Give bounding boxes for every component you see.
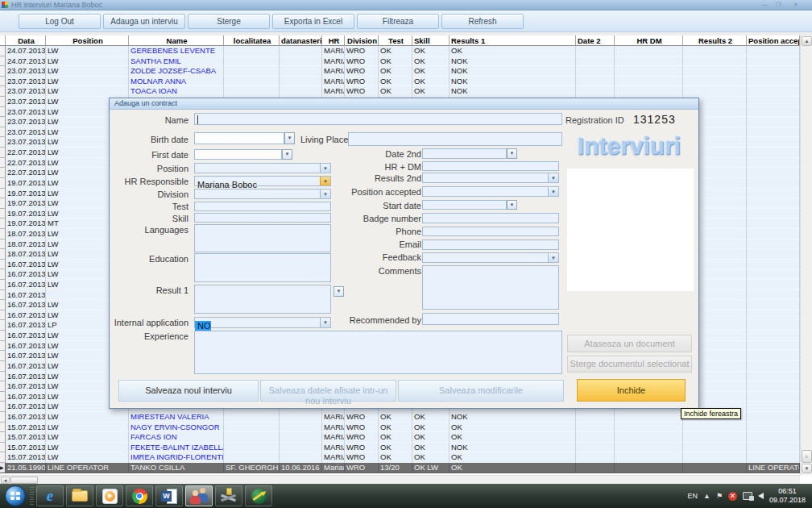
table-row[interactable]: 24.07.2013LWSANTHA EMILMARIANAWROOKOKNOK: [0, 56, 800, 67]
start-date-select[interactable]: [422, 200, 507, 210]
column-header-localitatea[interactable]: localitatea: [224, 35, 280, 46]
explorer-folder-icon[interactable]: [66, 485, 93, 506]
feedback-dropdown-icon[interactable]: ▼: [548, 253, 558, 262]
phone-input[interactable]: [422, 227, 559, 236]
column-header-hrdm[interactable]: HR DM: [615, 35, 683, 46]
row-selector[interactable]: [0, 412, 6, 423]
column-header-name[interactable]: Name: [129, 35, 224, 46]
row-selector[interactable]: [0, 189, 6, 199]
date-2nd-dropdown-icon[interactable]: ▼: [507, 148, 517, 159]
row-selector[interactable]: [0, 381, 6, 392]
row-selector[interactable]: [0, 77, 6, 87]
refresh-button[interactable]: Refresh: [441, 14, 524, 29]
vertical-scroll-thumb[interactable]: ≡: [802, 450, 812, 463]
column-header-position_acceptedt[interactable]: Position acceptedt: [747, 35, 800, 46]
comments-textarea[interactable]: [422, 265, 559, 310]
row-selector[interactable]: [0, 423, 6, 433]
horizontal-scroll-thumb[interactable]: [10, 477, 38, 484]
table-row[interactable]: 15.07.2013LWFARCAS IONMARIANAWROOKOKOK: [0, 432, 800, 443]
first-date-dropdown-icon[interactable]: ▼: [282, 149, 292, 160]
row-selector[interactable]: [0, 432, 6, 443]
row-selector[interactable]: [0, 239, 6, 250]
badge-number-input[interactable]: [422, 213, 559, 223]
minimize-button[interactable]: —: [762, 2, 768, 7]
row-selector[interactable]: [0, 280, 6, 290]
column-header-results1[interactable]: Results 1: [450, 35, 576, 46]
language-indicator[interactable]: EN: [687, 492, 698, 500]
media-player-icon[interactable]: [96, 485, 123, 506]
results-2nd-dropdown-icon[interactable]: ▼: [548, 173, 558, 182]
email-input[interactable]: [422, 239, 559, 250]
hr-app-icon[interactable]: [185, 485, 213, 506]
close-dialog-button[interactable]: Inchide: [577, 379, 686, 402]
feedback-select[interactable]: ▼: [422, 252, 559, 263]
recommended-by-input[interactable]: [422, 313, 559, 325]
experience-textarea[interactable]: [194, 331, 562, 374]
save-new-interview-button[interactable]: Salveaza noul interviu: [118, 380, 259, 402]
internet-explorer-icon[interactable]: e: [36, 485, 64, 506]
scroll-left-icon[interactable]: ◄: [1, 477, 10, 484]
table-row[interactable]: 15.07.2013LWNAGY ERVIN-CSONGORMARIANAWRO…: [0, 423, 800, 433]
first-date-select[interactable]: [194, 149, 282, 160]
table-row[interactable]: 23.07.2013LWZOLDE JOZSEF-CSABAMARIANAWRO…: [0, 66, 800, 77]
result1-select[interactable]: [194, 285, 331, 314]
row-selector[interactable]: [0, 178, 6, 189]
table-row[interactable]: 23.07.2013LWTOACA IOANMARIANAWROOKOKNOK: [0, 86, 800, 97]
row-selector[interactable]: [0, 269, 6, 280]
living-place-input[interactable]: [348, 132, 562, 146]
row-selector[interactable]: [0, 443, 6, 453]
row-selector[interactable]: [0, 66, 6, 77]
table-row[interactable]: 15.07.2013LWIMREA INGRID-FLORENTINAMARIA…: [0, 452, 800, 463]
row-selector[interactable]: [0, 452, 6, 463]
paint-globe-icon[interactable]: [245, 485, 272, 506]
row-selector[interactable]: [0, 209, 6, 219]
selected-table-row[interactable]: ▶21.05.1990LINE OPERATORTANKO CSILLASF. …: [0, 463, 800, 473]
close-window-button[interactable]: ✕: [793, 2, 798, 8]
results-2nd-select[interactable]: ▼: [422, 173, 559, 183]
vertical-scrollbar[interactable]: ▲ ≡ ▼: [800, 35, 812, 475]
row-selector[interactable]: [0, 331, 6, 341]
name-input[interactable]: [194, 113, 562, 125]
tools-icon[interactable]: [215, 485, 242, 506]
row-selector[interactable]: [0, 249, 6, 260]
chrome-icon[interactable]: [126, 485, 153, 506]
date-2nd-select[interactable]: [422, 148, 507, 159]
clock[interactable]: 06:51 09.07.2018: [769, 487, 806, 505]
column-header-test[interactable]: Test: [379, 35, 412, 46]
column-header-datanasterii[interactable]: datanasterii: [280, 35, 322, 46]
scroll-up-icon[interactable]: ▲: [802, 36, 812, 46]
row-selector[interactable]: [0, 97, 6, 107]
table-row[interactable]: 24.07.2013LWGEREBENES LEVENTEMARIANAWROO…: [0, 46, 800, 56]
export-excel-button[interactable]: Exporta in Excel: [272, 14, 354, 29]
column-header-position[interactable]: Position: [46, 35, 129, 46]
hr-dm-input[interactable]: [422, 161, 559, 171]
row-selector[interactable]: [0, 402, 6, 412]
table-row[interactable]: 15.07.2013LWFEKETE-BALINT IZABELLA-ETEIM…: [0, 443, 800, 453]
show-hidden-icons[interactable]: ▲: [703, 492, 710, 500]
position-accepted-dropdown-icon[interactable]: ▼: [548, 187, 558, 196]
word-icon[interactable]: W: [155, 485, 183, 506]
row-selector[interactable]: [0, 158, 6, 169]
logout-button[interactable]: Log Out: [19, 14, 101, 29]
horizontal-scrollbar[interactable]: ◄: [0, 475, 800, 484]
result1-dropdown-icon[interactable]: ▼: [334, 286, 344, 297]
column-header-date[interactable]: Data: [6, 35, 46, 46]
row-selector[interactable]: [0, 300, 6, 310]
scroll-down-icon[interactable]: ▼: [802, 464, 812, 473]
row-selector[interactable]: [0, 46, 6, 56]
filter-button[interactable]: Filtreaza: [357, 14, 439, 29]
birth-date-dropdown-icon[interactable]: ▼: [284, 132, 295, 144]
restore-button[interactable]: ❐: [776, 2, 781, 8]
row-selector[interactable]: [0, 320, 6, 331]
column-header-skill[interactable]: Skill: [412, 35, 450, 46]
column-header-date2[interactable]: Date 2: [576, 35, 615, 46]
row-selector[interactable]: [0, 107, 6, 118]
row-selector[interactable]: [0, 198, 6, 209]
volume-icon[interactable]: [758, 493, 764, 499]
action-center-flag-icon[interactable]: ⚑: [716, 492, 723, 500]
row-selector[interactable]: [0, 229, 6, 239]
position-accepted-select[interactable]: ▼: [422, 186, 559, 197]
add-interview-button[interactable]: Adauga un interviu: [103, 14, 185, 29]
network-icon[interactable]: [743, 492, 752, 500]
row-selector[interactable]: [0, 260, 6, 270]
